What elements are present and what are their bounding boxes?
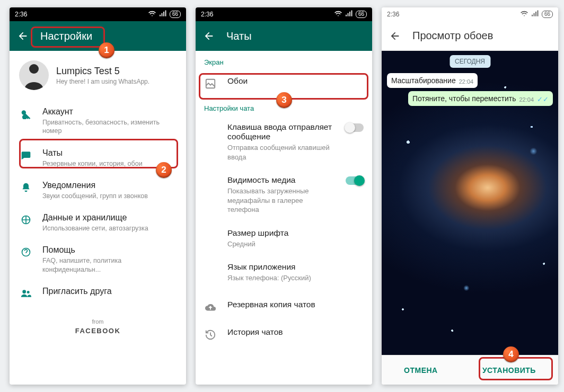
setting-history[interactable]: История чатов <box>196 320 372 348</box>
step-badge-2: 2 <box>156 162 172 178</box>
wifi-icon <box>148 10 156 19</box>
setting-title: Язык приложения <box>227 262 364 272</box>
menu-item-help[interactable]: ПомощьFAQ, напишите, политика конфиденци… <box>10 239 186 280</box>
message-incoming: Масштабирование 22:04 <box>387 73 478 88</box>
settings-menu: АккаунтПриватность, безопасность, измени… <box>10 101 186 310</box>
setting-enter-sends[interactable]: Клавиша ввода отправляет сообщениеОтправ… <box>196 115 372 168</box>
screen-chats-settings: 2:36 66 Чаты Экран Обои Настройки чата К… <box>196 7 372 385</box>
menu-title: Пригласить друга <box>42 287 112 296</box>
setting-sub: Отправка сообщений клавишей ввода <box>227 143 335 162</box>
setting-title: Обои <box>227 76 364 86</box>
step-badge-1: 1 <box>99 42 114 58</box>
wifi-icon <box>334 10 342 19</box>
setting-title: Размер шрифта <box>227 228 364 238</box>
setting-app-language[interactable]: Язык приложенияЯзык телефона: (Русский) <box>196 255 372 290</box>
menu-title: Уведомления <box>42 181 148 190</box>
history-icon <box>204 328 217 341</box>
help-icon <box>20 246 32 258</box>
wallpaper-icon <box>204 77 217 90</box>
setting-title: Резервная копия чатов <box>227 300 364 309</box>
section-screen: Экран <box>196 51 372 69</box>
svg-point-0 <box>29 64 39 74</box>
screen-settings: 2:36 66 Настройки Lumpics Test 5 Hey the… <box>10 7 186 385</box>
menu-item-account[interactable]: АккаунтПриватность, безопасность, измени… <box>10 101 186 142</box>
menu-item-data[interactable]: Данные и хранилищеИспользование сети, ав… <box>10 207 186 239</box>
svg-point-4 <box>27 291 30 293</box>
toggle-media-visibility[interactable] <box>346 176 364 185</box>
status-bar: 2:36 66 <box>196 7 372 21</box>
setting-media-visibility[interactable]: Видимость медиаПоказывать загруженные ме… <box>196 168 372 221</box>
from-facebook: from FACEBOOK <box>10 318 186 335</box>
appbar-title: Настройки <box>40 30 92 42</box>
appbar-chats: Чаты <box>196 21 372 51</box>
battery-indicator: 66 <box>542 11 553 18</box>
setting-sub: Средний <box>227 239 364 249</box>
battery-indicator: 66 <box>170 11 181 18</box>
message-text: Потяните, чтобы переместить <box>412 94 516 103</box>
menu-title: Данные и хранилище <box>42 213 148 222</box>
date-chip: СЕГОДНЯ <box>450 55 490 68</box>
menu-sub: Приватность, безопасность, изменить номе… <box>42 118 175 136</box>
avatar <box>19 60 49 90</box>
status-time: 2:36 <box>15 11 27 18</box>
from-label: from <box>10 318 186 325</box>
menu-title: Аккаунт <box>42 107 175 117</box>
status-right: 66 <box>148 10 181 19</box>
setting-title: Видимость медиа <box>227 175 335 185</box>
profile-status: Hey there! I am using WhatsApp. <box>56 78 149 85</box>
appbar-title: Просмотр обоев <box>412 30 493 42</box>
status-bar: 2:36 66 <box>10 7 186 21</box>
menu-sub: Использование сети, автозагрузка <box>42 224 148 233</box>
setting-sub: Показывать загруженные медиафайлы в гале… <box>227 186 335 215</box>
cancel-button[interactable]: ОТМЕНА <box>395 361 446 380</box>
chat-icon <box>20 149 32 161</box>
message-text: Масштабирование <box>391 76 456 85</box>
profile-row[interactable]: Lumpics Test 5 Hey there! I am using Wha… <box>10 51 186 101</box>
status-right: 66 <box>521 10 553 19</box>
signal-icon <box>531 10 539 19</box>
status-time: 2:36 <box>387 11 399 18</box>
appbar-title: Чаты <box>226 30 252 42</box>
bell-icon <box>20 182 32 193</box>
message-outgoing: Потяните, чтобы переместить 22:04 ✓✓ <box>408 91 553 106</box>
svg-point-3 <box>22 290 26 293</box>
data-icon <box>20 214 32 226</box>
read-ticks-icon: ✓✓ <box>537 96 549 103</box>
cloud-upload-icon <box>204 301 217 314</box>
signal-icon <box>159 10 166 19</box>
step-badge-4: 4 <box>503 346 519 362</box>
menu-sub: FAQ, напишите, политика конфиденциальн..… <box>42 256 175 274</box>
wifi-icon <box>521 10 528 19</box>
menu-item-invite[interactable]: Пригласить друга <box>10 280 186 306</box>
menu-sub: Резервные копии, история, обои <box>42 159 143 168</box>
battery-indicator: 66 <box>356 11 367 18</box>
appbar-preview: Просмотр обоев <box>382 21 558 51</box>
toggle-enter-sends[interactable] <box>346 123 364 132</box>
back-icon[interactable] <box>389 30 401 42</box>
setting-title: История чатов <box>227 327 364 337</box>
people-icon <box>20 288 32 299</box>
message-time: 22:04 <box>459 78 474 85</box>
preview-action-bar: ОТМЕНА УСТАНОВИТЬ <box>382 355 558 385</box>
setting-backup[interactable]: Резервная копия чатов <box>196 293 372 320</box>
appbar-settings: Настройки <box>10 21 186 51</box>
status-right: 66 <box>334 10 367 19</box>
facebook-label: FACEBOOK <box>10 327 186 335</box>
wallpaper-preview-area[interactable]: СЕГОДНЯ Масштабирование 22:04 Потяните, … <box>382 51 558 355</box>
signal-icon <box>345 10 352 19</box>
step-badge-3: 3 <box>276 92 292 108</box>
back-icon[interactable] <box>203 30 215 42</box>
message-time: 22:04 <box>519 96 534 103</box>
menu-title: Помощь <box>42 245 175 255</box>
back-icon[interactable] <box>17 30 29 42</box>
setting-title: Клавиша ввода отправляет сообщение <box>227 122 335 141</box>
setting-sub: Язык телефона: (Русский) <box>227 273 364 283</box>
set-button[interactable]: УСТАНОВИТЬ <box>474 361 544 380</box>
menu-item-notifications[interactable]: УведомленияЗвуки сообщений, групп и звон… <box>10 174 186 207</box>
setting-font-size[interactable]: Размер шрифтаСредний <box>196 221 372 256</box>
profile-name: Lumpics Test 5 <box>56 66 149 77</box>
menu-title: Чаты <box>42 148 143 158</box>
status-time: 2:36 <box>201 11 213 18</box>
screen-wallpaper-preview: 2:36 66 Просмотр обоев СЕГОДНЯ Масштабир… <box>382 7 558 385</box>
key-icon <box>20 108 32 120</box>
